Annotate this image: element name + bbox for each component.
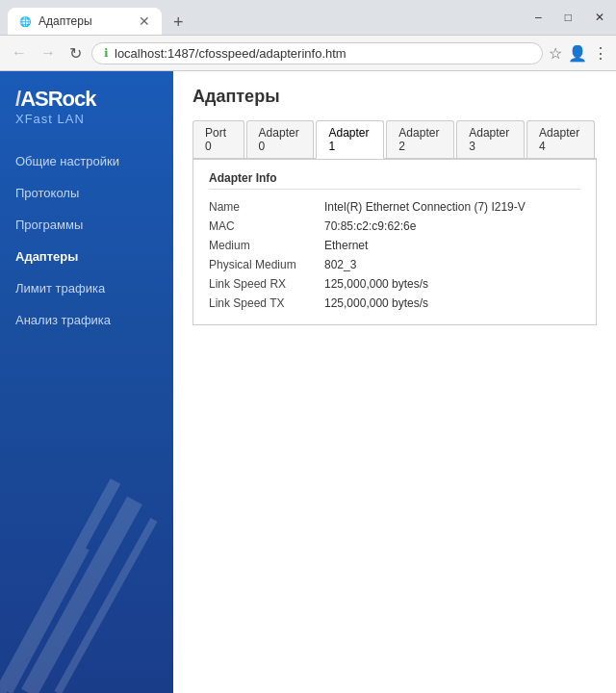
tab-adapter-3[interactable]: Adapter 3 (456, 120, 525, 158)
logo-asrock: /ASRock (15, 87, 158, 112)
tab-adapter-4[interactable]: Adapter 4 (526, 120, 595, 158)
tabs-bar: Port 0Adapter 0Adapter 1Adapter 2Adapter… (192, 120, 597, 159)
info-value-4: 125,000,000 bytes/s (324, 277, 428, 291)
tab-title: Адаптеры (38, 14, 131, 28)
refresh-button[interactable]: ↻ (65, 42, 86, 64)
sidebar: /ASRock XFast LAN Общие настройкиПротоко… (0, 71, 173, 693)
info-row-0: NameIntel(R) Ethernet Connection (7) I21… (209, 197, 580, 217)
security-icon: ℹ (104, 46, 109, 60)
info-value-5: 125,000,000 bytes/s (324, 296, 428, 310)
tab-adapter-1[interactable]: Adapter 1 (316, 120, 384, 159)
info-value-3: 802_3 (324, 258, 356, 271)
info-label-1: MAC (209, 219, 324, 233)
info-value-2: Ethernet (324, 239, 368, 252)
tab-adapter-2[interactable]: Adapter 2 (386, 120, 454, 158)
tab-adapter-0[interactable]: Adapter 0 (246, 120, 315, 158)
tab-favicon: 🌐 (19, 16, 31, 27)
new-tab-button[interactable]: + (167, 11, 190, 35)
window-close-button[interactable]: ✕ (591, 7, 608, 28)
nav-menu: Общие настройкиПротоколыПрограммыАдаптер… (0, 145, 173, 336)
tab-port-0[interactable]: Port 0 (192, 120, 244, 158)
sidebar-item-0[interactable]: Общие настройки (0, 145, 173, 177)
sidebar-item-2[interactable]: Программы (0, 209, 173, 241)
info-value-0: Intel(R) Ethernet Connection (7) I219-V (324, 200, 526, 214)
profile-button[interactable]: 👤 (568, 44, 587, 63)
logo-xfast: XFast LAN (15, 112, 158, 126)
svg-line-1 (0, 481, 116, 693)
info-rows-container: NameIntel(R) Ethernet Connection (7) I21… (209, 197, 580, 313)
browser-tab[interactable]: 🌐 Адаптеры ✕ (8, 8, 162, 35)
sidebar-item-4[interactable]: Лимит трафика (0, 272, 173, 304)
tab-close-button[interactable]: ✕ (139, 13, 150, 29)
info-row-1: MAC70:85:c2:c9:62:6e (209, 217, 580, 236)
info-row-5: Link Speed TX125,000,000 bytes/s (209, 294, 580, 313)
info-label-4: Link Speed RX (209, 277, 324, 291)
info-label-0: Name (209, 200, 324, 214)
info-label-5: Link Speed TX (209, 296, 324, 310)
url-input[interactable] (115, 46, 530, 61)
page-title: Адаптеры (192, 87, 597, 107)
window-restore-button[interactable]: □ (561, 7, 576, 28)
info-label-3: Physical Medium (209, 258, 324, 271)
menu-button[interactable]: ⋮ (593, 44, 608, 63)
info-row-3: Physical Medium802_3 (209, 255, 580, 274)
content-area: Адаптеры Port 0Adapter 0Adapter 1Adapter… (173, 71, 616, 693)
sidebar-item-1[interactable]: Протоколы (0, 177, 173, 209)
svg-line-0 (29, 500, 135, 693)
info-panel: Adapter Info NameIntel(R) Ethernet Conne… (192, 159, 597, 325)
forward-button[interactable]: → (37, 42, 60, 64)
back-button[interactable]: ← (8, 42, 31, 64)
info-row-2: MediumEthernet (209, 236, 580, 255)
info-section-title: Adapter Info (209, 171, 580, 190)
window-minimize-button[interactable]: – (531, 7, 546, 28)
logo: /ASRock XFast LAN (0, 71, 173, 138)
sidebar-item-5[interactable]: Анализ трафика (0, 304, 173, 336)
bookmark-button[interactable]: ☆ (549, 44, 562, 63)
info-row-4: Link Speed RX125,000,000 bytes/s (209, 274, 580, 294)
info-value-1: 70:85:c2:c9:62:6e (324, 219, 416, 233)
sidebar-decoration (0, 424, 173, 693)
address-bar[interactable]: ℹ (91, 42, 543, 64)
info-label-2: Medium (209, 239, 324, 252)
sidebar-item-3[interactable]: Адаптеры (0, 241, 173, 272)
